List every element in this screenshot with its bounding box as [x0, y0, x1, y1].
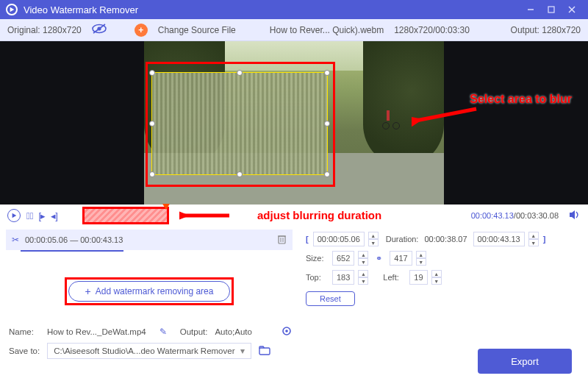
source-filename: How to Rever... Quick).webm [270, 25, 384, 35]
duration-label: Duration: [386, 235, 419, 243]
source-res-duration: 1280x720/00:03:30 [394, 25, 470, 35]
output-preset-label: Output: [180, 327, 208, 336]
video-frame [144, 41, 444, 205]
annotation-arrow-icon [179, 208, 231, 223]
chevron-down-icon: ▾ [240, 346, 245, 356]
open-folder-icon[interactable] [259, 346, 270, 357]
height-field[interactable]: 417 [390, 251, 412, 266]
svg-marker-13 [570, 210, 575, 219]
width-field[interactable]: 652 [332, 251, 354, 266]
save-path-dropdown[interactable]: C:\Aiseesoft Studio\A...deo Watermark Re… [47, 343, 251, 359]
parameters-panel: [ 00:00:05.06 ▲▼ Duration:00:00:38.07 00… [298, 227, 588, 318]
height-stepper[interactable]: ▲▼ [416, 251, 426, 266]
top-label: Top: [306, 273, 328, 282]
width-stepper[interactable]: ▲▼ [358, 251, 368, 266]
svg-rect-2 [548, 7, 554, 13]
reset-button[interactable]: Reset [306, 291, 355, 306]
svg-rect-20 [259, 348, 270, 355]
svg-marker-10 [12, 213, 17, 218]
timeline-selection[interactable] [82, 207, 169, 224]
export-button[interactable]: Export [478, 349, 572, 374]
left-label: Left: [383, 273, 405, 282]
bracket-out-icon[interactable]: ] [543, 235, 546, 243]
mark-out-button[interactable]: ◂] [51, 210, 57, 221]
annotation-adjust-duration: adjust blurring duration [257, 209, 381, 221]
titlebar: Video Watermark Remover [0, 0, 588, 19]
total-time: /00:03:30.08 [514, 211, 559, 220]
playback-controls: �⃞ [▸ ◂] adjust blurring duration 00:00:… [0, 205, 588, 227]
minimize-button[interactable] [520, 0, 541, 19]
close-button[interactable] [562, 0, 582, 19]
output-settings-icon[interactable] [282, 326, 292, 338]
output-preset-value[interactable]: Auto;Auto [215, 327, 252, 336]
segment-handle-icon[interactable]: ✂ [12, 235, 19, 245]
svg-point-19 [285, 330, 288, 333]
change-source-button[interactable]: Change Source File [158, 25, 236, 35]
in-time-stepper[interactable]: ▲▼ [368, 232, 379, 246]
svg-rect-14 [279, 236, 285, 243]
cyclist-graphic [382, 107, 400, 129]
time-display: 00:00:43.13/00:03:30.08 [471, 211, 559, 220]
edit-name-icon[interactable]: ✎ [159, 327, 167, 337]
save-to-label: Save to: [9, 346, 40, 355]
in-time-field[interactable]: 00:00:05.06 [313, 232, 365, 246]
app-title: Video Watermark Remover [24, 4, 138, 15]
name-label: Name: [9, 327, 34, 336]
bracket-in-icon[interactable]: [ [306, 235, 309, 243]
stop-button[interactable]: �⃞ [26, 210, 33, 221]
volume-icon[interactable] [569, 210, 581, 222]
add-source-icon[interactable]: + [135, 24, 148, 37]
play-button[interactable] [7, 209, 21, 222]
selection-rectangle[interactable] [151, 72, 328, 175]
out-time-field[interactable]: 00:00:43.13 [473, 232, 525, 246]
app-logo-icon [6, 4, 18, 15]
preview-toggle-icon[interactable] [92, 24, 107, 36]
segments-panel: ✂ 00:00:05.06 — 00:00:43.13 + Add waterm… [0, 227, 298, 318]
output-resolution: Output: 1280x720 [511, 25, 581, 35]
mark-in-button[interactable]: [▸ [39, 210, 46, 221]
current-time: 00:00:43.13 [471, 211, 514, 220]
add-watermark-area-button[interactable]: + Add watermark removing area [68, 281, 230, 302]
top-field[interactable]: 183 [332, 270, 354, 285]
annotation-select-area: Select area to blur [470, 93, 572, 106]
svg-marker-0 [10, 7, 15, 12]
annotation-arrow-icon [412, 104, 478, 127]
original-resolution: Original: 1280x720 [7, 25, 82, 35]
maximize-button[interactable] [541, 0, 562, 19]
top-stepper[interactable]: ▲▼ [358, 270, 368, 285]
size-label: Size: [306, 254, 328, 263]
output-name-field[interactable]: How to Rev..._DeWat.mp4 [41, 325, 152, 338]
svg-line-9 [416, 109, 476, 121]
delete-segment-icon[interactable] [277, 234, 287, 246]
video-preview[interactable]: Select area to blur [0, 41, 588, 205]
timeline-playhead-icon[interactable] [162, 204, 170, 210]
info-bar: Original: 1280x720 + Change Source File … [0, 19, 588, 41]
segment-range: 00:00:05.06 — 00:00:43.13 [25, 235, 123, 244]
duration-field[interactable]: 00:00:38.07 [423, 232, 468, 246]
segment-row[interactable]: ✂ 00:00:05.06 — 00:00:43.13 [6, 230, 293, 250]
left-field[interactable]: 19 [409, 270, 427, 285]
out-time-stepper[interactable]: ▲▼ [528, 232, 539, 246]
link-aspect-icon[interactable]: ⚭ [376, 254, 382, 263]
annotation-red-box [65, 277, 234, 305]
left-stepper[interactable]: ▲▼ [431, 270, 442, 285]
